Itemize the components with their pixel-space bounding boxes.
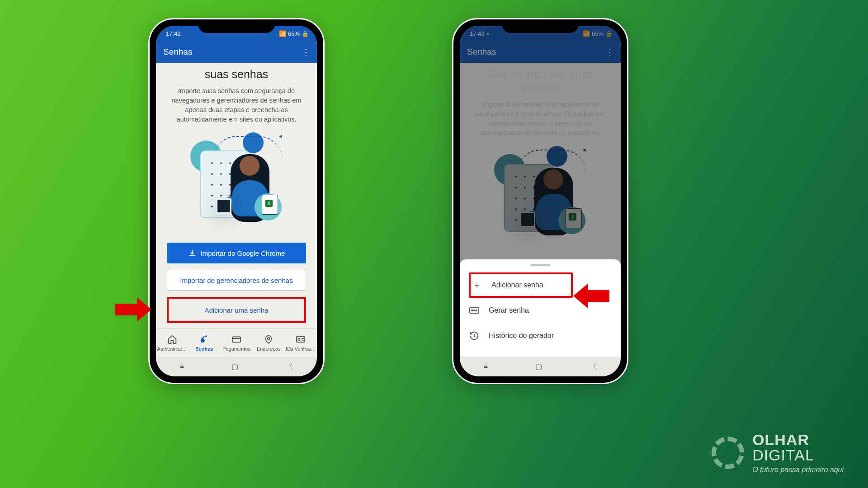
tab-label: Authenticat… <box>157 346 187 352</box>
app-bar: Senhas ⋮ <box>156 41 317 63</box>
screen-left: 17:42 📶 65% 🔒 Senhas ⋮ suas senhas Impor… <box>156 26 317 376</box>
svg-rect-2 <box>205 335 207 337</box>
key-icon <box>199 334 209 344</box>
import-managers-button[interactable]: Importar de gerenciadores de senhas <box>167 270 306 291</box>
brand-tagline: O futuro passa primeiro aqui <box>752 466 844 474</box>
sheet-add-label: Adicionar senha <box>491 281 543 289</box>
brand-line2: DIGITAL <box>752 446 814 464</box>
import-chrome-label: Importar do Google Chrome <box>201 249 285 257</box>
card-icon <box>231 334 241 344</box>
main-content-left: suas senhas Importe suas senhas com segu… <box>156 63 317 328</box>
recents-icon[interactable]: ≡ <box>180 362 184 371</box>
tab-label: Endereços <box>257 346 281 352</box>
brand-logo: OLHAR DIGITAL O futuro passa primeiro aq… <box>712 432 844 474</box>
svg-point-4 <box>268 337 270 339</box>
tab-label: Pagamentos <box>222 346 250 352</box>
phone-frame-right: 17:43 ● 📶 65% 🔒 Senhas ⋮ Vamos importar … <box>452 18 628 384</box>
tab-senhas[interactable]: Senhas <box>188 334 220 352</box>
brand-line1: OLHAR <box>752 431 809 448</box>
sheet-item-add[interactable]: ＋ Adicionar senha <box>472 275 543 295</box>
back-icon[interactable]: 〈 <box>590 362 597 371</box>
tab-ids[interactable]: IDs Verifica… <box>285 334 317 352</box>
download-icon <box>188 249 196 257</box>
status-time: 17:42 <box>166 30 181 37</box>
id-card-icon <box>296 334 306 344</box>
svg-rect-3 <box>232 337 241 342</box>
bottom-tabs: Authenticat… Senhas Pagamentos Endereços… <box>156 328 317 357</box>
sheet-history-label: Histórico do gerador <box>489 332 554 340</box>
sheet-generate-label: Gerar senha <box>489 306 529 314</box>
phone-notch <box>502 19 579 33</box>
annotation-arrow-left <box>115 297 151 322</box>
android-nav-bar: ≡ ▢ 〈 <box>156 357 317 376</box>
android-nav-bar: ≡ ▢ 〈 <box>460 357 621 376</box>
phone-notch <box>198 19 275 33</box>
brand-ring-icon <box>712 436 744 469</box>
status-right: 📶 65% 🔒 <box>279 30 309 37</box>
annotation-arrow-right <box>573 284 609 308</box>
hero-title: suas senhas <box>167 67 306 81</box>
overflow-menu-icon[interactable]: ⋮ <box>302 47 310 57</box>
tab-label: IDs Verifica… <box>286 346 316 352</box>
svg-point-9 <box>474 310 475 311</box>
signal-icon: 📶 <box>279 30 286 37</box>
svg-point-10 <box>476 310 477 311</box>
recents-icon[interactable]: ≡ <box>484 362 488 371</box>
highlight-add-senha: ＋ Adicionar senha <box>469 272 573 298</box>
tab-pagamentos[interactable]: Pagamentos <box>220 334 252 352</box>
home-icon <box>167 334 177 344</box>
tab-authenticator[interactable]: Authenticat… <box>156 334 188 352</box>
password-field-icon <box>469 307 480 314</box>
back-icon[interactable]: 〈 <box>286 362 293 371</box>
import-managers-label: Importar de gerenciadores de senhas <box>180 277 292 284</box>
import-chrome-button[interactable]: Importar do Google Chrome <box>167 243 306 263</box>
illustration <box>182 132 291 232</box>
battery-text: 65% <box>288 30 300 37</box>
home-nav-icon[interactable]: ▢ <box>535 362 542 371</box>
svg-point-6 <box>298 338 300 340</box>
add-password-button[interactable]: Adicionar uma senha <box>170 300 303 320</box>
history-icon <box>469 331 480 341</box>
lock-icon: 🔒 <box>302 30 309 37</box>
home-nav-icon[interactable]: ▢ <box>231 362 238 371</box>
sheet-item-history[interactable]: Histórico do gerador <box>469 323 612 348</box>
tab-enderecos[interactable]: Endereços <box>253 334 285 352</box>
pin-icon <box>264 334 274 344</box>
phone-frame-left: 17:42 📶 65% 🔒 Senhas ⋮ suas senhas Impor… <box>148 18 325 384</box>
hero-description: Importe suas senhas com segurança de nav… <box>167 86 306 124</box>
app-bar-title: Senhas <box>163 47 192 57</box>
svg-point-8 <box>472 310 473 311</box>
highlight-add-password: Adicionar uma senha <box>167 297 306 323</box>
tab-label: Senhas <box>195 346 213 352</box>
screen-right: 17:43 ● 📶 65% 🔒 Senhas ⋮ Vamos importar … <box>460 26 621 376</box>
plus-icon: ＋ <box>472 279 482 291</box>
sheet-handle[interactable] <box>530 264 550 266</box>
add-password-label: Adicionar uma senha <box>205 306 269 314</box>
